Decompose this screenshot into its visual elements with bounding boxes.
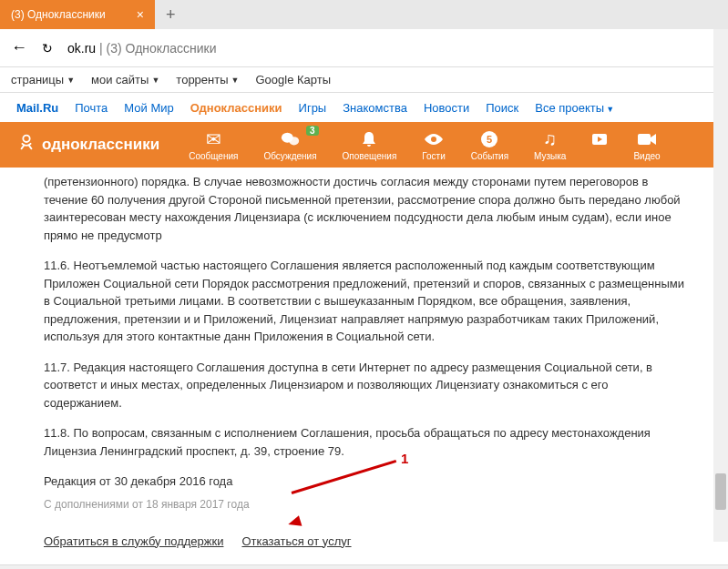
chevron-down-icon: ▼ [67,76,75,85]
new-tab-button[interactable]: + [155,5,187,25]
address-bar: ← ↻ ok.ru | (3) Одноклассники [0,29,728,67]
bell-icon [361,129,377,149]
nav-guests[interactable]: Гости [409,126,457,165]
nav-label: Музыка [534,151,566,161]
nav-messages[interactable]: ✉ Сообщения [176,126,251,165]
scrollbar-track[interactable] [713,29,728,542]
nav-items: ✉ Сообщения 3 Обсуждения Оповещения Гост… [176,126,672,165]
fire-icon: 5 [480,129,498,149]
paragraph-pretension: (претензионного) порядка. В случае невоз… [44,173,684,244]
url-path: | (3) Одноклассники [99,41,217,56]
nav-label: Сообщения [189,151,238,161]
nav-label: События [471,151,508,161]
svg-point-0 [23,136,29,142]
svg-point-2 [289,137,299,145]
bookmark-my-sites[interactable]: мои сайты ▼ [91,73,159,86]
bookmark-bar: страницы ▼ мои сайты ▼ торренты ▼ Google… [0,67,728,93]
envelope-icon: ✉ [206,129,221,149]
chevron-down-icon: ▼ [151,76,159,85]
link-igry[interactable]: Игры [299,101,327,115]
url-domain: ok.ru [67,41,96,56]
revision-date: Редакция от 30 декабря 2016 года [44,472,684,491]
link-pochta[interactable]: Почта [75,101,108,115]
nav-events[interactable]: 5 События [458,126,521,165]
play-icon [591,129,608,149]
action-links: Обратиться в службу поддержки Отказаться… [44,533,684,551]
scrollbar-thumb[interactable] [715,473,726,510]
site-logo[interactable]: одноклассники [0,132,176,157]
camera-icon [637,129,657,149]
browser-tab-bar: (3) Одноклассники × + [0,0,728,29]
back-icon[interactable]: ← [11,38,27,57]
link-mailru[interactable]: Mail.Ru [16,101,58,115]
svg-rect-7 [638,134,651,145]
refresh-icon[interactable]: ↻ [42,41,53,56]
nav-video-small[interactable] [579,126,620,165]
eye-icon [424,129,444,149]
link-poisk[interactable]: Поиск [486,101,518,115]
svg-point-3 [432,137,436,141]
support-link[interactable]: Обратиться в службу поддержки [44,533,223,551]
link-odnoklassniki[interactable]: Одноклассники [190,101,282,115]
footer-space [0,564,728,569]
link-vse-proekty[interactable]: Все проекты▼ [535,101,614,115]
top-links-bar: Mail.Ru Почта Мой Мир Одноклассники Игры… [0,93,728,122]
link-znakomstva[interactable]: Знакомства [343,101,407,115]
chevron-down-icon: ▼ [606,105,614,114]
close-icon[interactable]: × [137,8,144,21]
nav-label: Видео [633,151,660,161]
nav-label [599,151,601,161]
nav-video[interactable]: Видео [620,126,672,165]
site-navigation: одноклассники ✉ Сообщения 3 Обсуждения О… [0,122,728,168]
nav-label: Оповещения [343,151,397,161]
chevron-down-icon: ▼ [231,76,240,85]
bookmark-pages[interactable]: страницы ▼ [11,73,75,86]
nav-label: Гости [422,151,445,161]
badge-count: 3 [306,126,319,136]
nav-label: Обсуждения [263,151,316,161]
logo-text: одноклассники [42,136,159,154]
paragraph-11-8: 11.8. По вопросам, связанным с исполнени… [44,424,684,460]
link-moi-mir[interactable]: Мой Мир [124,101,173,115]
refuse-services-link[interactable]: Отказаться от услуг [241,533,351,551]
main-content: (претензионного) порядка. В случае невоз… [0,168,728,564]
ok-logo-icon [16,132,36,157]
annotation-label: 1 [401,451,408,466]
music-icon: ♫ [543,129,557,149]
addendum-date: С дополнениями от 18 января 2017 года [44,496,684,513]
bookmark-google-maps[interactable]: Google Карты [255,73,331,86]
browser-tab[interactable]: (3) Одноклассники × [0,0,155,29]
paragraph-11-7: 11.7. Редакция настоящего Соглашения дос… [44,359,684,412]
nav-discussions[interactable]: 3 Обсуждения [251,126,329,165]
svg-text:5: 5 [487,134,492,145]
link-novosti[interactable]: Новости [424,101,469,115]
nav-music[interactable]: ♫ Музыка [521,126,579,165]
paragraph-11-6: 11.6. Неотъемлемой частью настоящего Сог… [44,257,684,346]
bookmark-torrents[interactable]: торренты ▼ [176,73,239,86]
nav-notifications[interactable]: Оповещения [330,126,410,165]
url-display[interactable]: ok.ru | (3) Одноклассники [67,41,217,56]
tab-title: (3) Одноклассники [11,8,106,21]
comments-icon [281,129,301,149]
